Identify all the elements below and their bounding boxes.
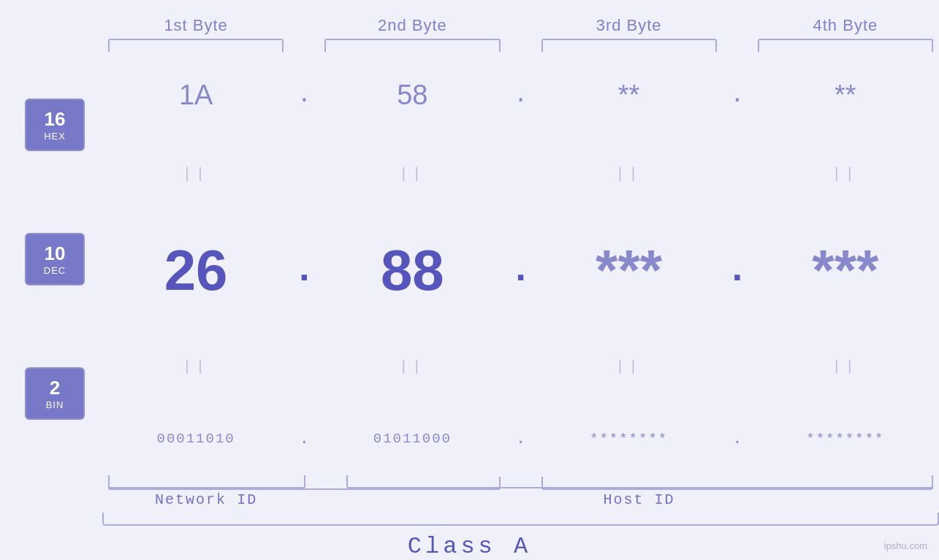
data-area: 1A . 58 . ** . ** || || || || 26 (102, 52, 939, 475)
id-labels: Network ID Host ID (0, 491, 939, 508)
network-id-label: Network ID (108, 491, 304, 508)
bracket-b2 (324, 39, 500, 52)
dec-d1: . (289, 249, 319, 292)
dec-row: 26 . 88 . *** . *** (102, 237, 939, 304)
eq2-b1: || (108, 358, 284, 375)
hex-num: 16 (45, 108, 66, 131)
hex-b3: ** (541, 80, 717, 111)
eq2-b3: || (541, 358, 717, 375)
bin-b4: ******** (758, 431, 933, 447)
bin-b3: ******** (541, 431, 717, 447)
bin-row: 00011010 . 01011000 . ******** . *******… (102, 430, 939, 448)
dec-label: DEC (44, 265, 66, 276)
byte3-header: 3rd Byte (536, 16, 723, 35)
bin-d1: . (289, 430, 319, 448)
hex-b1: 1A (108, 80, 284, 111)
bin-d2: . (506, 430, 536, 448)
bin-num: 2 (50, 377, 60, 399)
bracket-b4 (758, 39, 933, 52)
hex-b2: 58 (324, 80, 500, 111)
byte-header-row: 1st Byte 2nd Byte 3rd Byte 4th Byte (0, 16, 939, 35)
byte2-header: 2nd Byte (319, 16, 506, 35)
eq1-b4: || (758, 166, 933, 183)
full-bracket (102, 513, 939, 526)
bin-b2: 01011000 (324, 431, 500, 447)
bin-badge: 2 BIN (25, 367, 85, 420)
eq-divider-1: || || || || (102, 166, 939, 183)
hex-d3: . (723, 82, 752, 109)
hex-badge: 16 HEX (25, 99, 85, 151)
main-container: 1st Byte 2nd Byte 3rd Byte 4th Byte 16 H… (0, 0, 939, 560)
network-bracket (108, 475, 305, 488)
dec-b3: *** (541, 237, 717, 304)
dec-num: 10 (45, 242, 66, 265)
watermark: ipshu.com (884, 540, 927, 551)
dec-badge: 10 DEC (25, 233, 85, 285)
dec-d2: . (506, 249, 536, 292)
eq2-b4: || (758, 358, 933, 375)
eq1-b1: || (108, 166, 284, 183)
eq-divider-2: || || || || (102, 358, 939, 375)
dec-b1: 26 (108, 237, 284, 304)
eq1-b2: || (324, 166, 500, 183)
bin-d3: . (723, 430, 752, 448)
hex-row: 1A . 58 . ** . ** (102, 80, 939, 111)
bracket-b1 (108, 39, 284, 52)
hex-label: HEX (44, 131, 66, 142)
bin-b1: 00011010 (108, 431, 284, 447)
hex-d2: . (506, 82, 536, 109)
host-id-label: Host ID (345, 491, 933, 508)
hex-d1: . (289, 82, 319, 109)
bottom-bracket-host (541, 477, 934, 490)
hex-b4: ** (758, 80, 933, 111)
dec-b2: 88 (324, 237, 500, 304)
main-content: 16 HEX 10 DEC 2 BIN 1A . 58 . ** (0, 52, 939, 475)
bracket-b3 (541, 39, 717, 52)
dec-d3: . (723, 249, 752, 292)
eq2-b2: || (324, 358, 500, 375)
byte4-header: 4th Byte (752, 16, 939, 35)
base-labels-col: 16 HEX 10 DEC 2 BIN (0, 52, 102, 475)
top-brackets (0, 39, 939, 52)
bin-label: BIN (46, 399, 64, 410)
dec-b4: *** (758, 237, 933, 304)
byte1-header: 1st Byte (102, 16, 289, 35)
eq1-b3: || (541, 166, 717, 183)
class-label: Class A (0, 533, 939, 560)
